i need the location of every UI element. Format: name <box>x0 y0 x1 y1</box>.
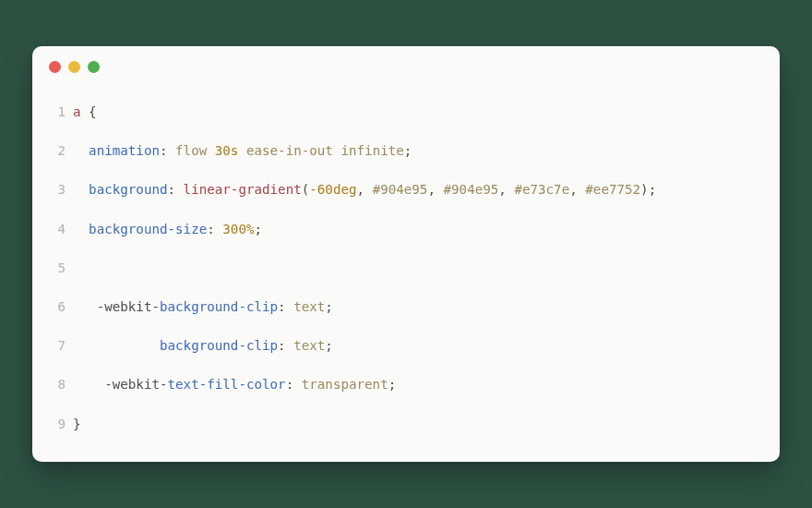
code-line: 8 -webkit-text-fill-color: transparent; <box>45 365 767 404</box>
line-number: 8 <box>45 378 66 391</box>
line-content: a { <box>66 105 97 118</box>
token: : <box>160 143 168 158</box>
token: #904e95 <box>444 182 499 197</box>
token: background <box>89 182 167 197</box>
token <box>73 182 89 197</box>
line-content: -webkit-text-fill-color: transparent; <box>66 378 396 391</box>
token: ; <box>388 377 397 392</box>
token <box>578 182 586 197</box>
token <box>73 377 104 392</box>
code-line: 4 background-size: 300%; <box>45 210 767 248</box>
token: background-clip <box>160 299 278 314</box>
line-number: 4 <box>45 223 66 236</box>
token: } <box>73 417 81 431</box>
token <box>293 377 302 392</box>
close-icon[interactable] <box>49 61 61 73</box>
token: { <box>89 104 97 119</box>
code-line: 5 <box>45 248 767 287</box>
token: text-fill-color <box>168 377 286 392</box>
token: #e73c7e <box>514 182 569 197</box>
token <box>73 222 89 236</box>
code-block: 1a {2 animation: flow 30s ease-in-out in… <box>32 87 780 453</box>
token <box>238 143 246 158</box>
token: 300% <box>222 222 254 236</box>
token: #904e95 <box>373 182 428 197</box>
token: ; <box>325 299 333 314</box>
token: -60deg <box>309 182 356 197</box>
token <box>73 299 97 314</box>
code-line: 3 background: linear-gradient(-60deg, #9… <box>45 170 767 209</box>
line-content <box>66 261 81 274</box>
token: : <box>286 377 294 392</box>
token <box>73 338 160 353</box>
token: ; <box>325 338 333 353</box>
token: flow <box>175 143 207 158</box>
token: , <box>569 182 578 197</box>
token <box>175 182 184 197</box>
code-line: 2 animation: flow 30s ease-in-out infini… <box>45 131 767 170</box>
token: : <box>207 222 215 236</box>
line-content: -webkit-background-clip: text; <box>66 300 333 313</box>
line-content: background-clip: text; <box>66 339 333 352</box>
minimize-icon[interactable] <box>68 61 80 73</box>
token: - <box>104 377 113 392</box>
token <box>168 143 176 158</box>
token: ( <box>302 182 310 197</box>
token: background-clip <box>160 338 278 353</box>
token: 30s <box>215 143 239 158</box>
token <box>81 104 90 119</box>
token: webkit- <box>104 299 160 314</box>
line-number: 6 <box>45 300 66 313</box>
token: , <box>498 182 507 197</box>
token <box>436 182 444 197</box>
code-line: 6 -webkit-background-clip: text; <box>45 287 767 326</box>
token <box>73 143 89 158</box>
code-line: 9} <box>45 405 767 443</box>
token: #ee7752 <box>585 182 640 197</box>
window-titlebar <box>32 46 780 87</box>
token: - <box>97 299 105 314</box>
token: ease-in-out <box>246 143 333 158</box>
line-content: background-size: 300%; <box>66 223 262 236</box>
token: transparent <box>302 377 388 392</box>
line-content: background: linear-gradient(-60deg, #904… <box>66 183 656 196</box>
token: , <box>427 182 436 197</box>
token: ; <box>649 182 657 197</box>
line-number: 3 <box>45 183 66 196</box>
token: infinite <box>340 143 403 158</box>
token <box>207 143 215 158</box>
token: ; <box>254 222 262 236</box>
token <box>286 338 294 353</box>
token: animation <box>89 143 160 158</box>
token: : <box>278 338 286 353</box>
code-line: 1a { <box>45 92 767 131</box>
token: webkit- <box>113 377 168 392</box>
token: text <box>293 299 325 314</box>
token: a <box>73 104 81 119</box>
line-content: animation: flow 30s ease-in-out infinite… <box>66 144 412 157</box>
token: : <box>168 182 176 197</box>
token: : <box>278 299 286 314</box>
line-number: 1 <box>45 105 66 118</box>
token <box>364 182 373 197</box>
token: ; <box>404 143 412 158</box>
token: linear-gradient <box>184 182 302 197</box>
token: , <box>357 182 365 197</box>
zoom-icon[interactable] <box>88 61 100 73</box>
token <box>286 299 294 314</box>
code-line: 7 background-clip: text; <box>45 326 767 365</box>
line-number: 5 <box>45 261 66 274</box>
code-window: 1a {2 animation: flow 30s ease-in-out in… <box>32 46 780 462</box>
line-content: } <box>66 417 81 430</box>
token <box>73 260 81 275</box>
token: ) <box>640 182 649 197</box>
token: background-size <box>89 222 207 236</box>
token: text <box>293 338 325 353</box>
line-number: 2 <box>45 144 66 157</box>
line-number: 9 <box>45 417 66 430</box>
line-number: 7 <box>45 339 66 352</box>
